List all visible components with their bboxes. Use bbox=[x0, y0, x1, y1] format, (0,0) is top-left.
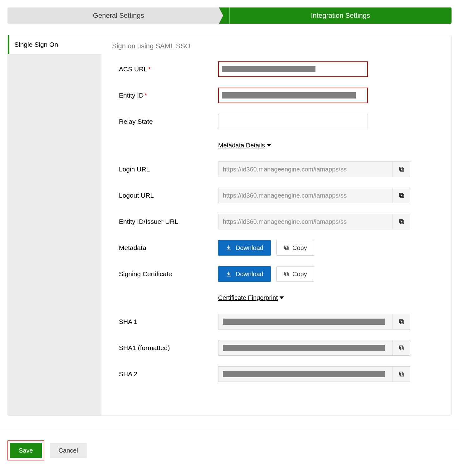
footer-buttons: Save Cancel bbox=[7, 440, 452, 460]
copy-icon bbox=[398, 371, 405, 377]
tab-integration-settings[interactable]: Integration Settings bbox=[230, 7, 452, 24]
copy-icon bbox=[398, 219, 405, 225]
tab-label: Integration Settings bbox=[311, 12, 370, 20]
settings-panel: Single Sign On Sign on using SAML SSO AC… bbox=[7, 35, 452, 416]
svg-rect-3 bbox=[399, 193, 403, 196]
button-label: Save bbox=[19, 447, 33, 454]
copy-icon bbox=[398, 166, 405, 172]
settings-content: Sign on using SAML SSO ACS URL* Entity I… bbox=[101, 35, 451, 416]
svg-rect-7 bbox=[285, 246, 287, 249]
logout-url-value: https://id360.manageengine.com/iamapps/s… bbox=[218, 188, 393, 203]
svg-rect-5 bbox=[399, 219, 403, 223]
button-label: Download bbox=[236, 271, 263, 278]
copy-metadata-button[interactable]: Copy bbox=[276, 240, 314, 256]
copy-sha1-formatted-button[interactable] bbox=[393, 340, 410, 356]
login-url-value: https://id360.manageengine.com/iamapps/s… bbox=[218, 161, 393, 177]
tab-general-settings[interactable]: General Settings bbox=[7, 7, 230, 24]
sha1-formatted-value bbox=[218, 340, 393, 356]
svg-rect-2 bbox=[400, 195, 403, 198]
copy-signing-cert-button[interactable]: Copy bbox=[276, 266, 314, 282]
svg-rect-4 bbox=[400, 221, 403, 224]
tabs-bar: General Settings Integration Settings bbox=[7, 7, 452, 24]
svg-rect-14 bbox=[400, 373, 403, 376]
copy-icon bbox=[284, 271, 289, 277]
redacted-value bbox=[222, 66, 315, 72]
download-signing-cert-button[interactable]: Download bbox=[218, 266, 271, 282]
certificate-fingerprint-toggle[interactable]: Certificate Fingerprint bbox=[218, 294, 284, 301]
svg-rect-6 bbox=[286, 247, 288, 250]
sidebar-item-single-sign-on[interactable]: Single Sign On bbox=[8, 35, 101, 54]
svg-rect-11 bbox=[399, 320, 403, 323]
svg-rect-10 bbox=[400, 321, 403, 324]
redacted-value bbox=[223, 319, 385, 325]
copy-sha1-button[interactable] bbox=[393, 314, 410, 329]
copy-login-url-button[interactable] bbox=[393, 161, 410, 177]
button-label: Copy bbox=[292, 244, 307, 252]
settings-sidebar: Single Sign On bbox=[8, 35, 101, 416]
cancel-button[interactable]: Cancel bbox=[50, 443, 87, 458]
caret-down-icon bbox=[267, 144, 271, 147]
entity-id-input[interactable] bbox=[218, 88, 368, 103]
relay-state-input[interactable] bbox=[218, 114, 368, 129]
svg-rect-1 bbox=[399, 167, 403, 170]
download-metadata-button[interactable]: Download bbox=[218, 240, 271, 256]
copy-icon bbox=[284, 245, 289, 251]
logout-url-label: Logout URL bbox=[112, 192, 218, 199]
sha2-value bbox=[218, 366, 393, 382]
button-label: Copy bbox=[292, 271, 307, 278]
button-label: Download bbox=[236, 244, 263, 252]
svg-rect-12 bbox=[400, 347, 403, 350]
tab-label: General Settings bbox=[93, 12, 144, 20]
sidebar-item-label: Single Sign On bbox=[14, 41, 58, 48]
copy-logout-url-button[interactable] bbox=[393, 188, 410, 203]
redacted-value bbox=[223, 345, 385, 351]
sha1-value bbox=[218, 314, 393, 329]
copy-entity-issuer-button[interactable] bbox=[393, 214, 410, 229]
entity-issuer-value: https://id360.manageengine.com/iamapps/s… bbox=[218, 214, 393, 229]
sha1-formatted-label: SHA1 (formatted) bbox=[112, 344, 218, 352]
required-asterisk: * bbox=[144, 92, 147, 99]
entity-id-label: Entity ID* bbox=[112, 92, 218, 99]
copy-icon bbox=[398, 319, 405, 325]
copy-sha2-button[interactable] bbox=[393, 366, 410, 382]
svg-rect-15 bbox=[399, 372, 403, 375]
save-button[interactable]: Save bbox=[10, 443, 42, 458]
acs-url-input[interactable] bbox=[218, 61, 368, 77]
sha1-label: SHA 1 bbox=[112, 318, 218, 325]
metadata-details-toggle[interactable]: Metadata Details bbox=[218, 142, 271, 149]
download-icon bbox=[226, 271, 232, 277]
copy-icon bbox=[398, 192, 405, 199]
caret-down-icon bbox=[280, 296, 284, 299]
heading-text: Metadata Details bbox=[218, 142, 265, 149]
section-title: Sign on using SAML SSO bbox=[112, 42, 439, 50]
svg-rect-13 bbox=[399, 346, 403, 349]
acs-url-label: ACS URL* bbox=[112, 65, 218, 73]
save-highlight: Save bbox=[7, 440, 44, 460]
sha2-label: SHA 2 bbox=[112, 370, 218, 378]
metadata-label: Metadata bbox=[112, 244, 218, 252]
footer-separator bbox=[0, 431, 459, 431]
download-icon bbox=[226, 245, 232, 251]
redacted-value bbox=[223, 371, 385, 377]
svg-rect-8 bbox=[286, 273, 288, 276]
required-asterisk: * bbox=[148, 65, 151, 73]
svg-rect-9 bbox=[285, 272, 287, 275]
signing-cert-label: Signing Certificate bbox=[112, 270, 218, 278]
copy-icon bbox=[398, 345, 405, 351]
heading-text: Certificate Fingerprint bbox=[218, 294, 278, 301]
entity-issuer-label: Entity ID/Issuer URL bbox=[112, 218, 218, 225]
svg-rect-0 bbox=[400, 168, 403, 171]
relay-state-label: Relay State bbox=[112, 118, 218, 125]
redacted-value bbox=[222, 92, 356, 99]
login-url-label: Login URL bbox=[112, 166, 218, 173]
button-label: Cancel bbox=[59, 447, 78, 454]
